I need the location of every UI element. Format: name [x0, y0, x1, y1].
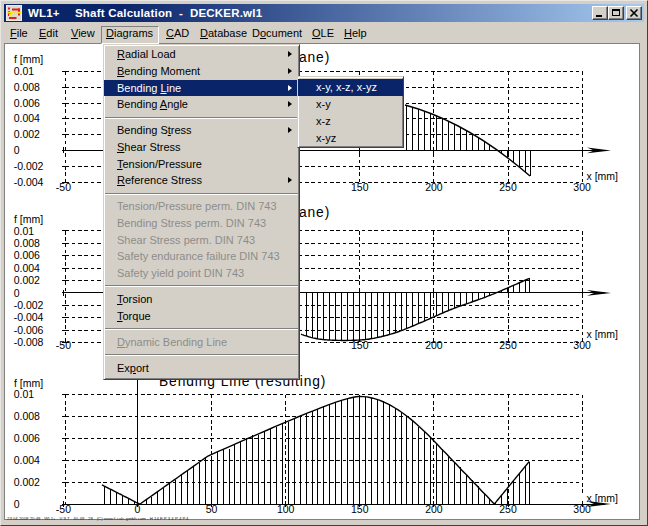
- svg-text:0.002: 0.002: [14, 476, 40, 488]
- svg-text:-0.002: -0.002: [14, 299, 44, 311]
- svg-text:-50: -50: [56, 339, 71, 351]
- svg-text:-0.002: -0.002: [14, 160, 44, 172]
- svg-text:-50: -50: [56, 503, 71, 515]
- svg-text:250: 250: [499, 503, 517, 515]
- svg-text:-0.004: -0.004: [14, 176, 44, 188]
- svg-text:0.008: 0.008: [14, 410, 40, 422]
- svg-text:100: 100: [277, 503, 295, 515]
- svg-text:x [mm]: x [mm]: [587, 492, 619, 504]
- svg-text:300: 300: [573, 181, 591, 193]
- svg-text:250: 250: [499, 181, 517, 193]
- svg-text:0.008: 0.008: [14, 81, 40, 93]
- svg-text:0: 0: [14, 144, 20, 156]
- svg-text:200: 200: [425, 181, 443, 193]
- svg-text:0.006: 0.006: [14, 432, 40, 444]
- svg-text:-0.004: -0.004: [14, 311, 44, 323]
- svg-text:0.006: 0.006: [14, 249, 40, 261]
- svg-text:150: 150: [351, 181, 369, 193]
- svg-text:0.006: 0.006: [14, 97, 40, 109]
- svg-text:150: 150: [351, 503, 369, 515]
- svg-text:0.01: 0.01: [14, 65, 35, 77]
- svg-text:200: 200: [425, 339, 443, 351]
- svg-text:250: 250: [499, 339, 517, 351]
- svg-text:0: 0: [14, 287, 20, 299]
- svg-text:f [mm]: f [mm]: [14, 377, 43, 389]
- svg-text:0: 0: [14, 498, 20, 510]
- svg-text:300: 300: [573, 503, 591, 515]
- svg-text:0.004: 0.004: [14, 112, 40, 124]
- svg-text:50: 50: [206, 503, 218, 515]
- svg-text:0.002: 0.002: [14, 128, 40, 140]
- svg-text:0.004: 0.004: [14, 262, 40, 274]
- svg-text:f [mm]: f [mm]: [14, 213, 43, 225]
- svg-text:0.01: 0.01: [14, 225, 35, 237]
- svg-text:200: 200: [425, 503, 443, 515]
- svg-text:-0.008: -0.008: [14, 336, 44, 348]
- svg-text:f [mm]: f [mm]: [14, 53, 43, 65]
- svg-text:-0.006: -0.006: [14, 324, 44, 336]
- svg-text:0.004: 0.004: [14, 454, 40, 466]
- svg-text:x [mm]: x [mm]: [587, 170, 619, 182]
- svg-text:-50: -50: [56, 181, 71, 193]
- svg-text:300: 300: [573, 339, 591, 351]
- svg-text:0.008: 0.008: [14, 237, 40, 249]
- svg-text:0.002: 0.002: [14, 274, 40, 286]
- svg-text:x [mm]: x [mm]: [587, 328, 619, 340]
- svg-text:0.01: 0.01: [14, 388, 35, 400]
